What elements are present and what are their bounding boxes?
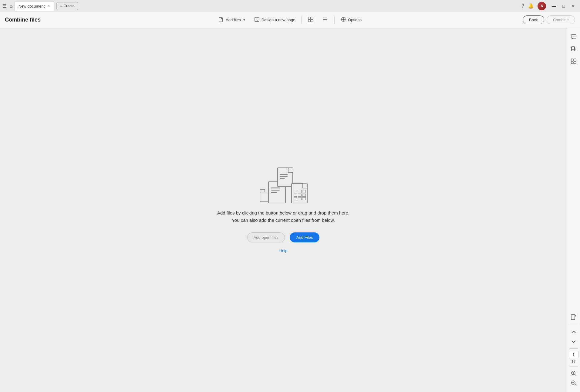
empty-state: Add files by clicking the button below o… <box>217 167 349 253</box>
svg-rect-0 <box>219 18 222 22</box>
close-button[interactable]: ✕ <box>569 2 578 10</box>
page-current: 1 <box>572 353 575 357</box>
design-page-button[interactable]: A Design a new page <box>251 15 299 25</box>
svg-rect-26 <box>571 315 575 319</box>
svg-rect-8 <box>311 20 313 22</box>
zoom-out-button[interactable] <box>568 379 579 387</box>
menu-icon[interactable]: ☰ <box>2 3 7 9</box>
sidebar-bottom: 1 17 <box>568 312 579 392</box>
add-files-label: Add files <box>226 18 241 22</box>
list-view-button[interactable] <box>319 15 332 25</box>
sidebar-divider-2 <box>569 348 578 349</box>
design-page-label: Design a new page <box>261 18 295 22</box>
maximize-button[interactable]: □ <box>559 2 568 10</box>
notification-icon[interactable]: 🔔 <box>528 3 534 9</box>
svg-rect-15 <box>571 35 576 38</box>
empty-state-line2: You can also add the current open files … <box>217 217 349 224</box>
page-current-box: 1 <box>569 351 578 358</box>
empty-state-illustration <box>259 167 308 203</box>
design-page-icon: A <box>254 17 260 23</box>
file-icon-top <box>277 167 293 187</box>
add-open-files-button[interactable]: Add open files <box>247 232 285 242</box>
create-button[interactable]: + Create <box>56 2 78 10</box>
comment-sidebar-button[interactable] <box>568 32 579 42</box>
svg-rect-18 <box>572 47 575 51</box>
add-files-icon <box>218 17 224 23</box>
export-sidebar-button[interactable] <box>568 312 579 323</box>
add-files-dropdown-icon[interactable]: ▼ <box>243 18 246 22</box>
toolbar-center-actions: Add files ▼ A Design a new page <box>215 15 365 25</box>
empty-state-actions: Add open files Add Files <box>247 232 320 242</box>
svg-rect-23 <box>574 59 576 61</box>
main-area: Add files by clicking the button below o… <box>0 28 580 392</box>
spreadsheet-icon <box>291 183 308 203</box>
page-total: 17 <box>572 360 575 364</box>
svg-rect-6 <box>311 17 313 19</box>
create-label: Create <box>64 4 75 8</box>
help-icon[interactable]: ? <box>521 3 524 9</box>
grid-view-icon <box>308 16 314 23</box>
titlebar-actions: ? 🔔 A <box>521 2 546 10</box>
minimize-button[interactable]: — <box>550 2 558 10</box>
toolbar-divider-2 <box>334 16 335 24</box>
add-files-button[interactable]: Add files ▼ <box>215 15 249 25</box>
home-icon[interactable]: ⌂ <box>10 3 13 9</box>
help-link[interactable]: Help <box>279 248 288 253</box>
content-area: Add files by clicking the button below o… <box>0 28 567 392</box>
svg-rect-25 <box>574 62 576 64</box>
svg-rect-7 <box>308 20 310 22</box>
list-view-icon <box>322 16 328 23</box>
create-plus-icon: + <box>60 4 62 8</box>
bookmark-sidebar-button[interactable] <box>568 44 579 55</box>
toolbar-right-actions: Back Combine <box>523 15 575 24</box>
back-button[interactable]: Back <box>523 15 544 24</box>
empty-state-line1: Add files by clicking the button below o… <box>217 209 349 217</box>
svg-rect-24 <box>571 62 573 64</box>
svg-rect-5 <box>308 17 310 19</box>
grid-sidebar-button[interactable] <box>568 56 579 67</box>
sidebar-divider-3 <box>569 366 578 367</box>
empty-state-text: Add files by clicking the button below o… <box>217 209 349 224</box>
sidebar-divider <box>569 325 578 325</box>
right-sidebar: 1 17 <box>567 28 580 392</box>
document-tab[interactable]: New document ✕ <box>15 1 54 11</box>
avatar[interactable]: A <box>538 2 546 10</box>
titlebar: ☰ ⌂ New document ✕ + Create ? 🔔 A — □ ✕ <box>0 0 580 12</box>
tab-title: New document <box>19 4 45 8</box>
toolbar-divider <box>301 16 302 24</box>
page-title: Combine files <box>5 17 41 23</box>
grid-view-button[interactable] <box>304 15 317 25</box>
scroll-up-button[interactable] <box>568 328 579 336</box>
svg-rect-22 <box>571 59 573 61</box>
options-icon <box>341 17 346 23</box>
svg-text:A: A <box>256 18 258 21</box>
options-label: Options <box>348 18 362 22</box>
scroll-down-button[interactable] <box>568 337 579 346</box>
tab-close-icon[interactable]: ✕ <box>47 4 50 8</box>
window-controls: — □ ✕ <box>550 2 578 10</box>
toolbar: Combine files Add files ▼ A Design <box>0 12 580 28</box>
add-files-main-button[interactable]: Add Files <box>290 232 319 242</box>
zoom-in-button[interactable] <box>568 369 579 377</box>
combine-button[interactable]: Combine <box>547 15 575 24</box>
options-button[interactable]: Options <box>337 15 365 25</box>
